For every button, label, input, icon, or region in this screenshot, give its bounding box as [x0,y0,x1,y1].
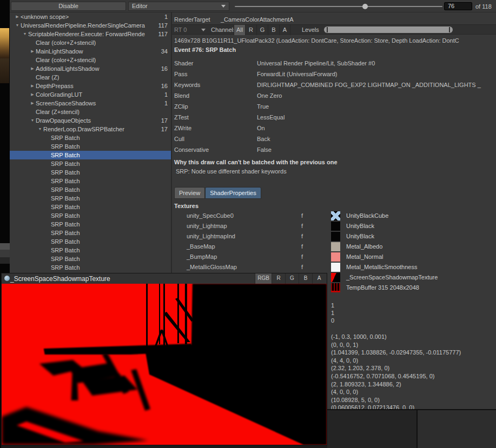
vector-value-list: (-1, 0.3, 1000, 0.001)(0, 0, 0, 1)(1.041… [331,333,461,412]
tree-row[interactable]: SRP Batch [10,246,171,255]
texture-thumbnail-shadowmap-icon[interactable] [331,273,340,282]
texture-thumbnail-black-icon[interactable] [331,232,340,241]
levels-max-handle[interactable] [449,27,450,32]
property-label: Shader [174,58,193,69]
vector-value: (0, 0, 0, 1) [331,341,461,349]
preview-window-bottom-edge [1,445,327,448]
tree-row-label: SRP Batch [51,185,168,194]
preview-channel-button-g[interactable]: G [285,273,299,284]
texture-thumbnail-normal-icon[interactable] [331,252,340,262]
texture-row[interactable]: unity_LightmapfUnityBlack [172,221,496,231]
preview-titlebar[interactable]: _ScreenSpaceShadowmapTexture RGBRGBA [2,273,327,284]
tree-row-label: SRP Batch [51,255,168,263]
tree-row[interactable]: SRP Batch [10,142,171,151]
tree-row[interactable]: ▶AdditionalLightsShadow16 [10,64,171,73]
float-value: 0 [331,317,334,324]
triangle-down-icon[interactable]: ▼ [14,21,21,30]
tree-row[interactable]: ▼ScriptableRenderer.Execute: ForwardRend… [10,30,171,38]
triangle-down-icon[interactable]: ▼ [29,116,36,125]
tree-row[interactable]: ▶MainLightShadow34 [10,47,171,56]
tree-row[interactable]: SRP Batch [10,263,171,272]
frame-slider-track[interactable] [235,6,442,7]
no-icon [44,185,51,194]
texture-thumbnail-black-icon[interactable] [331,222,340,231]
tree-row[interactable]: SRP Batch [10,168,171,177]
texture-thumbnail-white-icon[interactable] [331,263,340,272]
channel-button-a[interactable]: A [279,25,290,35]
texture-row[interactable]: _BaseMapfMetal_Albedo [172,242,496,252]
tree-row[interactable]: Clear (color+Z+stencil) [10,56,171,64]
triangle-right-icon[interactable]: ▶ [29,99,36,108]
tree-row[interactable]: SRP Batch [10,211,171,220]
tree-row[interactable]: ▶<unknown scope>1 [10,12,171,21]
tree-row[interactable]: SRP Batch [10,237,171,246]
levels-range-slider[interactable] [324,26,453,33]
frame-number-input[interactable]: 76 [444,2,472,10]
tree-row[interactable]: SRP Batch [10,203,171,211]
tree-row[interactable]: SRP Batch [10,229,171,237]
tree-row[interactable]: SRP Batch [10,151,171,159]
texture-name: UnityBlack [346,221,374,231]
no-icon [29,56,36,64]
tree-row-count [168,211,171,220]
texture-thumbnail-blackcube-icon[interactable] [331,211,340,220]
rt-index-dropdown[interactable]: RT 0 [174,26,187,33]
preview-channel-button-a[interactable]: A [312,273,326,284]
channel-button-g[interactable]: G [256,25,268,35]
channel-button-all[interactable]: All [234,25,245,35]
tree-row[interactable]: ▼DrawOpaqueObjects17 [10,116,171,125]
texture-preview-window: _ScreenSpaceShadowmapTexture RGBRGBA [1,273,327,445]
texture-row[interactable]: unity_LightmapIndfUnityBlack [172,231,496,242]
triangle-right-icon[interactable]: ▶ [29,64,36,73]
tree-row[interactable]: Clear (Z+stencil) [10,108,171,116]
tree-row-count [168,255,171,263]
texture-thumbnail-albedo-icon[interactable] [331,242,340,251]
levels-min-handle[interactable] [327,27,328,32]
triangle-right-icon[interactable]: ▶ [29,82,36,90]
triangle-right-icon[interactable]: ▶ [29,90,36,99]
tree-row-label: RenderLoop.DrawSRPBatcher [43,125,161,133]
tree-row-count: 117 [158,21,171,30]
texture-property-name: _MetallicGlossMap [187,262,237,272]
tree-row[interactable]: SRP Batch [10,255,171,263]
triangle-down-icon[interactable]: ▼ [37,125,43,133]
tab-preview[interactable]: Preview [174,187,205,199]
preview-title: _ScreenSpaceShadowmapTexture [10,275,110,283]
texture-row[interactable]: _MetallicGlossMapfMetal_MetallicSmoothne… [172,262,496,272]
preview-channel-button-r[interactable]: R [272,273,285,284]
target-select-dropdown[interactable]: Editor [128,2,229,11]
property-label: Blend [174,90,189,101]
tree-row-count: 16 [161,64,171,73]
tab-shaderproperties[interactable]: ShaderProperties [205,187,261,199]
triangle-right-icon[interactable]: ▶ [14,12,21,21]
preview-channel-button-rgb[interactable]: RGB [255,273,272,284]
tree-row[interactable]: ▼RenderLoop.DrawSRPBatcher17 [10,125,171,133]
tree-row[interactable]: ▶ColorGradingLUT1 [10,90,171,99]
shader-property-list: ShaderUniversal Render Pipeline/Lit, Sub… [172,58,496,155]
tree-row[interactable]: Clear (color+Z+stencil) [10,38,171,47]
channel-button-b[interactable]: B [268,25,279,35]
frame-slider-thumb[interactable] [362,4,368,9]
tree-row[interactable]: SRP Batch [10,159,171,168]
triangle-right-icon[interactable]: ▶ [29,47,36,56]
triangle-down-icon[interactable]: ▼ [22,30,28,38]
tree-row[interactable]: SRP Batch [10,220,171,229]
tree-row[interactable]: ▶DepthPrepass16 [10,82,171,90]
scene-window-edge [0,250,10,257]
tree-row[interactable]: SRP Batch [10,177,171,185]
preview-channel-button-b[interactable]: B [299,273,312,284]
tree-row[interactable]: ▼UniversalRenderPipeline.RenderSingleCam… [10,21,171,30]
shader-property-row: KeywordsDIRLIGHTMAP_COMBINED FOG_EXP2 LI… [172,79,496,90]
tree-row[interactable]: SRP Batch [10,194,171,203]
tree-row[interactable]: SRP Batch [10,185,171,194]
texture-row[interactable]: unity_SpecCube0fUnityBlackCube [172,211,496,221]
tree-row[interactable]: ▶ScreenSpaceShadows1 [10,99,171,108]
texture-thumbnail-tempbuffer-icon[interactable] [331,283,340,292]
no-icon [44,159,51,168]
channel-button-r[interactable]: R [245,25,256,35]
tree-row-label: Clear (Z) [36,73,168,82]
tree-row[interactable]: SRP Batch [10,133,171,142]
texture-row[interactable]: _BumpMapfMetal_Normal [172,252,496,262]
disable-button[interactable]: Disable [11,2,126,11]
tree-row[interactable]: Clear (Z) [10,73,171,82]
